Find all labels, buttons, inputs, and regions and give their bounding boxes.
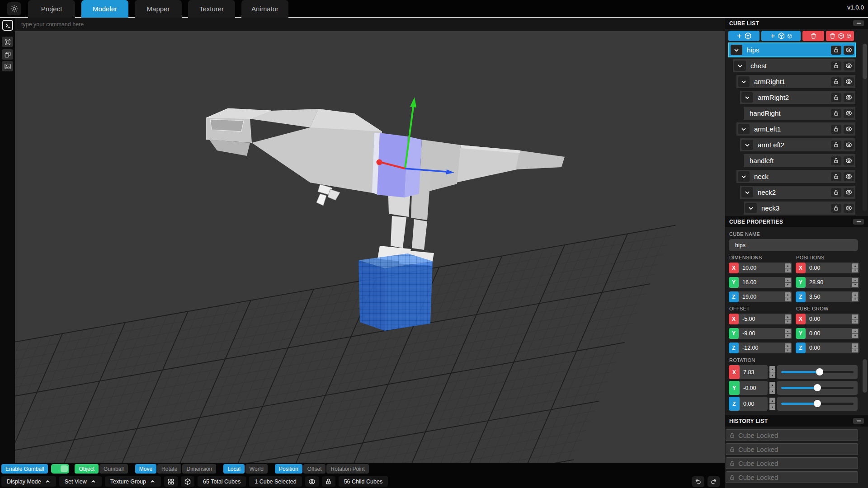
tool-move-button[interactable]: Move [135, 464, 156, 474]
gumball-toggle[interactable] [51, 464, 69, 474]
dimension-x-field[interactable]: X10.00▲▼ [729, 263, 792, 273]
display-mode-dropdown[interactable]: Display Mode [1, 476, 56, 487]
lock-toggle-button[interactable] [831, 156, 841, 165]
set-view-dropdown[interactable]: Set View [59, 476, 102, 487]
cube-list-row[interactable]: handRight [744, 107, 855, 120]
rotation-y-slider[interactable] [777, 381, 858, 395]
stepper[interactable]: ▲▼ [769, 366, 775, 378]
visibility-toggle-button[interactable] [844, 46, 854, 55]
space-local-button[interactable]: Local [223, 464, 245, 474]
history-item[interactable]: Cube Locked [726, 457, 858, 469]
cube-list-row[interactable]: neck2 [740, 186, 855, 199]
stepper[interactable]: ▲▼ [785, 343, 791, 352]
cube-list-row[interactable]: hips [729, 43, 855, 56]
offset-z-field[interactable]: Z-12.00▲▼ [729, 343, 792, 353]
tool-rotate-button[interactable]: Rotate [157, 464, 181, 474]
visibility-toggle-button[interactable] [844, 109, 854, 118]
cube-list-row[interactable]: armLeft2 [740, 138, 855, 151]
add-cube-child-button[interactable] [761, 31, 801, 41]
settings-gear-button[interactable] [7, 2, 21, 15]
terminal-icon[interactable] [2, 20, 13, 31]
delete-cube-children-button[interactable] [826, 31, 854, 41]
grow-x-field[interactable]: X0.00▲▼ [796, 314, 859, 324]
grow-z-field[interactable]: Z0.00▲▼ [796, 343, 859, 353]
tab-texturer[interactable]: Texturer [188, 0, 235, 18]
pivot-position-button[interactable]: Position [275, 464, 302, 474]
cube-list-row[interactable]: armRight2 [740, 91, 855, 104]
duplicate-icon[interactable] [2, 49, 13, 60]
minimize-button[interactable] [853, 219, 864, 225]
offset-x-field[interactable]: X-5.00▲▼ [729, 314, 792, 324]
tool-dimension-button[interactable]: Dimension [182, 464, 216, 474]
cube-list-row[interactable]: armRight1 [736, 75, 855, 88]
lock-toggle-button[interactable] [831, 204, 841, 213]
chevron-down-icon[interactable] [738, 171, 750, 182]
position-x-field[interactable]: X0.00▲▼ [796, 263, 859, 273]
visibility-toggle-button[interactable] [844, 141, 854, 150]
lock-toggle-button[interactable] [831, 46, 841, 55]
command-bar[interactable]: type your command here [15, 18, 725, 31]
transform-select-icon[interactable] [2, 37, 13, 47]
tab-animator[interactable]: Animator [241, 0, 288, 18]
mode-gumball-button[interactable]: Gumball [99, 464, 128, 474]
tab-mapper[interactable]: Mapper [135, 0, 182, 18]
history-item[interactable]: Cube Locked [726, 429, 858, 441]
cube-list-row[interactable]: neck3 [744, 202, 855, 215]
chevron-down-icon[interactable] [741, 140, 753, 150]
offset-y-field[interactable]: Y-9.00▲▼ [729, 328, 792, 339]
tab-project[interactable]: Project [28, 0, 75, 18]
grid-view-icon[interactable] [164, 476, 178, 487]
stepper[interactable]: ▲▼ [769, 398, 775, 410]
minimize-button[interactable] [853, 418, 864, 424]
eye-icon[interactable] [305, 476, 319, 487]
properties-scrollbar-thumb[interactable] [863, 359, 867, 393]
stepper[interactable]: ▲▼ [852, 343, 858, 352]
lock-toggle-button[interactable] [831, 125, 841, 134]
cube-view-icon[interactable] [181, 476, 194, 487]
lock-toggle-button[interactable] [831, 109, 841, 118]
dimension-y-field[interactable]: Y16.00▲▼ [729, 277, 792, 288]
cube-list-row[interactable]: armLeft1 [736, 122, 855, 136]
visibility-toggle-button[interactable] [844, 188, 854, 197]
stepper[interactable]: ▲▼ [769, 382, 775, 394]
visibility-toggle-button[interactable] [844, 77, 854, 86]
stepper[interactable]: ▲▼ [785, 314, 791, 324]
stepper[interactable]: ▲▼ [852, 263, 858, 272]
visibility-toggle-button[interactable] [844, 172, 854, 181]
history-item[interactable]: Cube Locked [726, 471, 858, 483]
undo-button[interactable] [692, 476, 704, 487]
image-icon[interactable] [2, 61, 13, 71]
stepper[interactable]: ▲▼ [852, 278, 858, 287]
chevron-down-icon[interactable] [741, 187, 753, 197]
chevron-down-icon[interactable] [745, 203, 757, 213]
chevron-down-icon[interactable] [731, 45, 742, 55]
visibility-toggle-button[interactable] [844, 156, 854, 165]
pivot-rotation-point-button[interactable]: Rotation Point [326, 464, 368, 474]
cube-list-row[interactable]: neck [736, 170, 855, 183]
space-world-button[interactable]: World [245, 464, 268, 474]
stepper[interactable]: ▲▼ [785, 278, 791, 287]
cube-list-row[interactable]: chest [733, 59, 855, 72]
stepper[interactable]: ▲▼ [852, 329, 858, 338]
lock-toggle-button[interactable] [831, 93, 841, 102]
lock-toggle-button[interactable] [831, 188, 841, 197]
chevron-down-icon[interactable] [734, 61, 746, 71]
visibility-toggle-button[interactable] [844, 61, 854, 70]
enable-gumball-button[interactable]: Enable Gumball [1, 464, 48, 474]
stepper[interactable]: ▲▼ [852, 292, 858, 301]
lock-toggle-button[interactable] [831, 172, 841, 181]
minimize-button[interactable] [853, 20, 864, 26]
tab-modeler[interactable]: Modeler [81, 0, 128, 18]
pivot-offset-button[interactable]: Offset [303, 464, 326, 474]
lock-toggle-button[interactable] [831, 61, 841, 70]
stepper[interactable]: ▲▼ [785, 292, 791, 301]
stepper[interactable]: ▲▼ [852, 314, 858, 324]
position-y-field[interactable]: Y28.90▲▼ [796, 277, 859, 288]
cube-list-scrollbar-thumb[interactable] [863, 44, 867, 79]
viewport-3d[interactable] [15, 31, 725, 463]
lock-icon[interactable] [322, 476, 335, 487]
lock-toggle-button[interactable] [831, 77, 841, 86]
mode-object-button[interactable]: Object [75, 464, 99, 474]
dimension-z-field[interactable]: Z19.00▲▼ [729, 291, 792, 302]
command-input-placeholder[interactable]: type your command here [21, 21, 84, 28]
